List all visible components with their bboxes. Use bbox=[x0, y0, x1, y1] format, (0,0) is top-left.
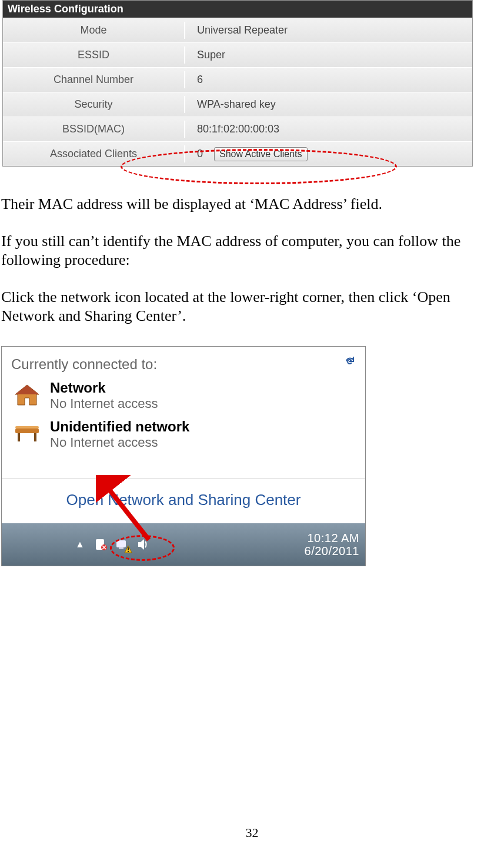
row-value: 80:1f:02:00:00:03 bbox=[185, 121, 472, 138]
svg-marker-1 bbox=[15, 385, 39, 394]
taskbar: ▲ 10:12 AM 6/20/2011 bbox=[2, 523, 365, 566]
paragraph: If you still can’t identify the MAC addr… bbox=[0, 232, 504, 270]
row-label: Security bbox=[3, 96, 185, 113]
wireless-config-header: Wireless Configuration bbox=[3, 1, 472, 18]
network-name: Unidentified network bbox=[50, 418, 189, 435]
paragraph: Their MAC address will be displayed at ‘… bbox=[0, 195, 504, 214]
chevron-up-icon[interactable]: ▲ bbox=[72, 537, 88, 552]
paragraph: Click the network icon located at the lo… bbox=[0, 288, 504, 326]
svg-rect-9 bbox=[119, 547, 124, 549]
row-label: BSSID(MAC) bbox=[3, 121, 185, 138]
page-number: 32 bbox=[0, 825, 504, 841]
table-row: Security WPA-shared key bbox=[3, 92, 472, 117]
row-value: Universal Repeater bbox=[185, 22, 472, 39]
associated-clients-row: Associated Clients 0 Show Active Clients bbox=[3, 141, 472, 166]
row-label: ESSID bbox=[3, 46, 185, 64]
svg-marker-13 bbox=[138, 539, 144, 550]
table-row: BSSID(MAC) 80:1f:02:00:00:03 bbox=[3, 117, 472, 141]
table-row: ESSID Super bbox=[3, 42, 472, 67]
row-label: Mode bbox=[3, 22, 185, 39]
date: 6/20/2011 bbox=[305, 544, 359, 557]
network-status: No Internet access bbox=[50, 396, 158, 411]
associated-count: 0 bbox=[197, 148, 203, 160]
svg-rect-2 bbox=[15, 428, 39, 433]
row-value: 0 Show Active Clients bbox=[185, 145, 472, 164]
row-value: Super bbox=[185, 46, 472, 64]
row-label: Associated Clients bbox=[3, 145, 185, 162]
table-row: Mode Universal Repeater bbox=[3, 18, 472, 42]
network-status: No Internet access bbox=[50, 435, 189, 450]
svg-rect-5 bbox=[15, 426, 39, 428]
row-value: WPA-shared key bbox=[185, 96, 472, 113]
open-network-sharing-link[interactable]: Open Network and Sharing Center bbox=[2, 479, 365, 523]
network-item[interactable]: Unidentified network No Internet access bbox=[11, 418, 356, 450]
svg-rect-3 bbox=[18, 433, 20, 441]
show-active-clients-button[interactable]: Show Active Clients bbox=[214, 147, 308, 161]
svg-rect-12 bbox=[128, 551, 129, 552]
bench-icon bbox=[11, 418, 43, 450]
network-name: Network bbox=[50, 380, 158, 396]
network-popup-screenshot: Currently connected to: bbox=[1, 346, 366, 566]
network-tray-icon[interactable] bbox=[115, 537, 130, 552]
refresh-icon[interactable] bbox=[344, 356, 356, 370]
clock[interactable]: 10:12 AM 6/20/2011 bbox=[305, 532, 359, 557]
svg-rect-11 bbox=[128, 547, 129, 550]
popup-heading: Currently connected to: bbox=[11, 356, 157, 373]
svg-rect-4 bbox=[34, 433, 36, 441]
row-label: Channel Number bbox=[3, 71, 185, 88]
table-row: Channel Number 6 bbox=[3, 67, 472, 92]
wireless-config-table: Wireless Configuration Mode Universal Re… bbox=[2, 0, 473, 167]
volume-icon[interactable] bbox=[136, 537, 151, 552]
time: 10:12 AM bbox=[305, 532, 359, 544]
network-item[interactable]: Network No Internet access bbox=[11, 380, 356, 411]
row-value: 6 bbox=[185, 71, 472, 88]
house-icon bbox=[11, 380, 43, 411]
action-center-icon[interactable] bbox=[94, 537, 109, 552]
